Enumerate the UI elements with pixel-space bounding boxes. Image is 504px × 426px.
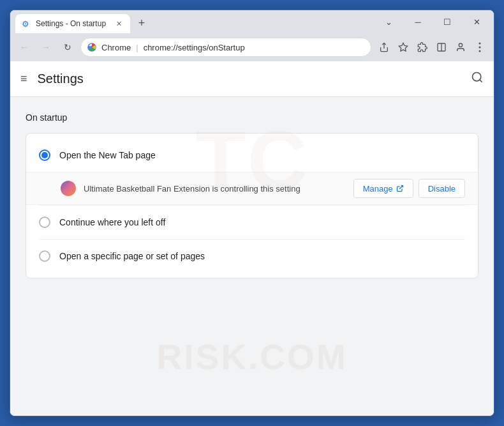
disable-label: Disable (428, 184, 456, 194)
toolbar: ← → ↻ Chrome | chrome://settings/onStart… (10, 33, 494, 61)
settings-search-button[interactable] (471, 71, 484, 87)
disable-button[interactable]: Disable (419, 179, 465, 198)
radio-continue[interactable] (39, 217, 50, 228)
window-controls: ⌄ ─ ☐ ✕ (371, 10, 494, 33)
new-tab-button[interactable]: + (133, 14, 151, 32)
svg-line-12 (399, 186, 403, 190)
option-new-tab[interactable]: Open the New Tab page (26, 139, 478, 172)
extension-text: Ultimate Basketball Fan Extension is con… (84, 184, 346, 194)
radio-specific[interactable] (39, 250, 50, 262)
extension-actions: Manage Disable (353, 179, 465, 198)
option-continue-label: Continue where you left off (59, 217, 165, 227)
tab-favicon: ⚙ (22, 19, 31, 28)
back-button[interactable]: ← (15, 38, 33, 56)
settings-menu-icon[interactable]: ≡ (20, 72, 27, 86)
radio-new-tab-fill (41, 152, 48, 158)
watermark: RISK.COM (157, 337, 348, 377)
maximize-button[interactable]: ☐ (433, 10, 462, 33)
main-content: ≡ Settings On startup Open the New Tab p… (10, 61, 494, 416)
section-label: On startup (26, 112, 478, 123)
title-bar: ⚙ Settings - On startup ✕ + ⌄ ─ ☐ ✕ (10, 10, 494, 33)
external-link-icon (396, 185, 404, 192)
dropdown-button[interactable]: ⌄ (374, 10, 403, 33)
option-specific[interactable]: Open a specific page or set of pages (26, 240, 478, 273)
address-bar[interactable]: Chrome | chrome://settings/onStartup (80, 38, 371, 57)
options-card: Open the New Tab page Ultimate Basketbal… (26, 133, 478, 278)
extension-icon (61, 181, 76, 196)
browser-window: ⚙ Settings - On startup ✕ + ⌄ ─ ☐ ✕ ← → … (10, 10, 494, 416)
svg-marker-3 (399, 43, 407, 51)
svg-point-8 (479, 47, 481, 49)
option-new-tab-label: Open the New Tab page (59, 150, 156, 160)
split-view-button[interactable] (433, 38, 450, 56)
svg-point-6 (459, 43, 462, 47)
settings-title: Settings (38, 72, 84, 86)
tab-title: Settings - On startup (36, 19, 108, 28)
svg-point-9 (479, 50, 481, 52)
close-button[interactable]: ✕ (462, 10, 491, 33)
option-continue[interactable]: Continue where you left off (26, 206, 478, 239)
chrome-logo-icon (87, 43, 96, 52)
tab-close-button[interactable]: ✕ (114, 19, 124, 29)
toolbar-actions (375, 38, 489, 56)
chrome-brand-label: Chrome (101, 43, 131, 52)
tab-strip: ⚙ Settings - On startup ✕ + (10, 10, 151, 33)
settings-body: On startup Open the New Tab page Ultimat… (10, 97, 494, 294)
settings-header: ≡ Settings (10, 61, 494, 97)
forward-button[interactable]: → (37, 38, 55, 56)
bookmark-button[interactable] (394, 38, 412, 56)
active-tab[interactable]: ⚙ Settings - On startup ✕ (15, 14, 130, 33)
chrome-menu-button[interactable] (471, 38, 489, 56)
radio-new-tab[interactable] (39, 149, 50, 161)
svg-point-7 (479, 43, 481, 45)
address-url: chrome://settings/onStartup (144, 43, 245, 52)
manage-button[interactable]: Manage (353, 179, 413, 198)
extension-row: Ultimate Basketball Fan Extension is con… (26, 172, 478, 205)
address-separator: | (136, 43, 138, 52)
svg-point-10 (473, 73, 481, 81)
option-specific-label: Open a specific page or set of pages (59, 251, 205, 261)
profile-button[interactable] (452, 38, 470, 56)
share-button[interactable] (375, 38, 393, 56)
manage-label: Manage (363, 184, 393, 194)
extensions-button[interactable] (413, 38, 431, 56)
refresh-button[interactable]: ↻ (59, 38, 77, 56)
minimize-button[interactable]: ─ (403, 10, 433, 33)
svg-line-11 (480, 80, 482, 82)
